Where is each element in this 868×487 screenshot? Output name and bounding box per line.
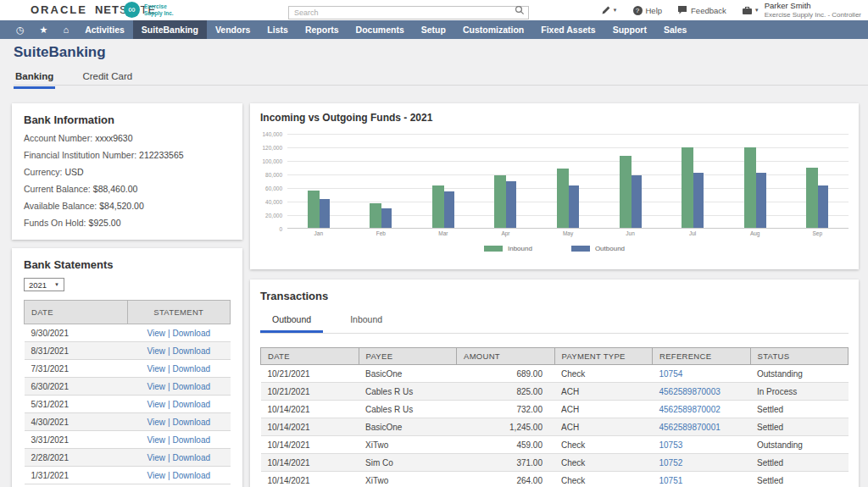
download-link[interactable]: Download — [173, 400, 210, 409]
nav-item-activities[interactable]: Activities — [76, 20, 133, 39]
y-tick-label: 100,000 — [263, 158, 283, 164]
table-row: 5/31/2021View|Download — [25, 396, 231, 413]
company-logo-icon: ∞ — [124, 2, 140, 18]
nav-item-setup[interactable]: Setup — [413, 20, 454, 39]
nav-item-customization[interactable]: Customization — [454, 20, 532, 39]
feedback-button[interactable]: Feedback — [677, 5, 726, 15]
statement-links: View|Download — [127, 342, 231, 360]
transactions-tab-inbound[interactable]: Inbound — [338, 311, 394, 330]
bar-group-jul — [661, 134, 724, 228]
view-link[interactable]: View — [147, 364, 165, 374]
bank-info-field: Funds On Hold:$925.00 — [24, 218, 231, 228]
reference-link[interactable]: 4562589870003 — [659, 387, 721, 396]
reference-link[interactable]: 10753 — [659, 440, 683, 450]
download-link[interactable]: Download — [173, 453, 210, 462]
transaction-amount: 459.00 — [457, 436, 555, 454]
bar-outbound — [632, 175, 642, 228]
view-link[interactable]: View — [147, 329, 165, 338]
nav-item-lists[interactable]: Lists — [259, 20, 297, 39]
recent-icon[interactable]: ◷ — [8, 20, 32, 39]
transaction-amount: 371.00 — [457, 454, 555, 472]
download-link[interactable]: Download — [173, 346, 210, 356]
bar-inbound — [744, 147, 756, 228]
reference-link[interactable]: 4562589870001 — [659, 423, 721, 432]
transaction-status: Settled — [750, 472, 849, 487]
y-tick-label: 140,000 — [263, 131, 283, 137]
nav-item-sales[interactable]: Sales — [655, 20, 695, 39]
transaction-reference-cell: 4562589870003 — [653, 383, 751, 401]
x-tick-label: Sep — [787, 230, 849, 236]
shortcuts-icon[interactable]: ★ — [32, 20, 56, 39]
bank-info-value: $925.00 — [89, 218, 121, 228]
bank-info-label: Available Balance: — [24, 201, 97, 211]
caret-down-icon: ▼ — [54, 282, 59, 287]
statement-date: 5/31/2021 — [25, 396, 128, 413]
reference-link[interactable]: 10752 — [659, 458, 683, 468]
bank-information-fields: Account Number:xxxx9630Financial Institu… — [24, 133, 231, 228]
transaction-payee: XiTwo — [359, 436, 457, 454]
transaction-date: 10/14/2021 — [261, 436, 359, 454]
view-link[interactable]: View — [147, 346, 165, 356]
download-link[interactable]: Download — [173, 364, 210, 374]
view-link[interactable]: View — [147, 400, 165, 409]
x-tick-label: Jun — [599, 230, 662, 236]
link-separator: | — [168, 329, 170, 338]
column-header-payee: PAYEE — [359, 348, 457, 365]
nav-item-support[interactable]: Support — [604, 20, 655, 39]
view-link[interactable]: View — [147, 382, 165, 391]
link-separator: | — [168, 453, 170, 462]
bank-information-title: Bank Information — [24, 113, 231, 126]
download-link[interactable]: Download — [173, 435, 210, 445]
column-header-amount: AMOUNT — [457, 348, 555, 365]
help-button[interactable]: ? Help — [633, 6, 663, 15]
reference-link[interactable]: 4562589870002 — [659, 405, 721, 414]
transactions-tab-outbound[interactable]: Outbound — [260, 311, 323, 333]
search-input[interactable] — [288, 6, 529, 19]
year-select[interactable]: 2021 ▼ — [24, 278, 64, 291]
bar-inbound — [370, 203, 381, 228]
view-link[interactable]: View — [147, 471, 165, 480]
home-icon[interactable]: ⌂ — [55, 20, 76, 39]
reference-link[interactable]: 10751 — [659, 476, 683, 485]
download-link[interactable]: Download — [173, 329, 210, 338]
x-tick-label: Feb — [350, 230, 413, 236]
legend-label: Outbound — [595, 245, 625, 252]
download-link[interactable]: Download — [173, 382, 210, 391]
reference-link[interactable]: 10754 — [659, 369, 683, 379]
view-link[interactable]: View — [147, 453, 165, 462]
legend-item-inbound: Inbound — [484, 245, 532, 252]
bar-group-jun — [599, 134, 662, 228]
feedback-icon — [677, 5, 687, 15]
tab-credit-card[interactable]: Credit Card — [81, 69, 134, 86]
statement-links: View|Download — [127, 324, 231, 342]
nav-item-documents[interactable]: Documents — [348, 20, 413, 39]
transaction-amount: 1,245.00 — [457, 418, 555, 436]
tab-banking[interactable]: Banking — [14, 69, 55, 89]
transaction-status: Outstanding — [750, 365, 849, 383]
statement-links: View|Download — [127, 360, 231, 378]
statement-links: View|Download — [127, 431, 231, 449]
nav-item-fixed-assets[interactable]: Fixed Assets — [532, 20, 604, 39]
transaction-date: 10/14/2021 — [261, 454, 359, 472]
transaction-date: 10/21/2021 — [261, 383, 359, 401]
bank-statements-title: Bank Statements — [24, 258, 231, 271]
nav-item-suitebanking[interactable]: SuiteBanking — [133, 20, 207, 39]
view-link[interactable]: View — [147, 418, 165, 427]
nav-item-vendors[interactable]: Vendors — [207, 20, 259, 39]
roles-button[interactable]: ▼ — [742, 5, 760, 15]
statement-links: View|Download — [127, 413, 231, 431]
download-link[interactable]: Download — [173, 471, 210, 480]
user-info[interactable]: Parker Smith Exercise Supply Inc. - Cont… — [765, 1, 861, 19]
view-link[interactable]: View — [147, 435, 165, 445]
create-new-button[interactable]: ▼ — [601, 5, 618, 15]
transactions-table: DATEPAYEEAMOUNTPAYMENT TYPEREFERENCESTAT… — [260, 347, 849, 487]
search-icon[interactable] — [515, 5, 525, 15]
table-row: 10/14/2021XiTwo264.00Check10751Settled — [261, 472, 849, 487]
table-row: 10/14/2021XiTwo459.00Check10753Outstandi… — [261, 436, 849, 454]
download-link[interactable]: Download — [173, 418, 210, 427]
nav-item-reports[interactable]: Reports — [297, 20, 348, 39]
y-tick-label: 80,000 — [265, 172, 282, 178]
transaction-reference-cell: 4562589870001 — [653, 418, 751, 436]
y-tick-label: 60,000 — [265, 185, 282, 191]
transaction-amount: 689.00 — [457, 365, 555, 383]
